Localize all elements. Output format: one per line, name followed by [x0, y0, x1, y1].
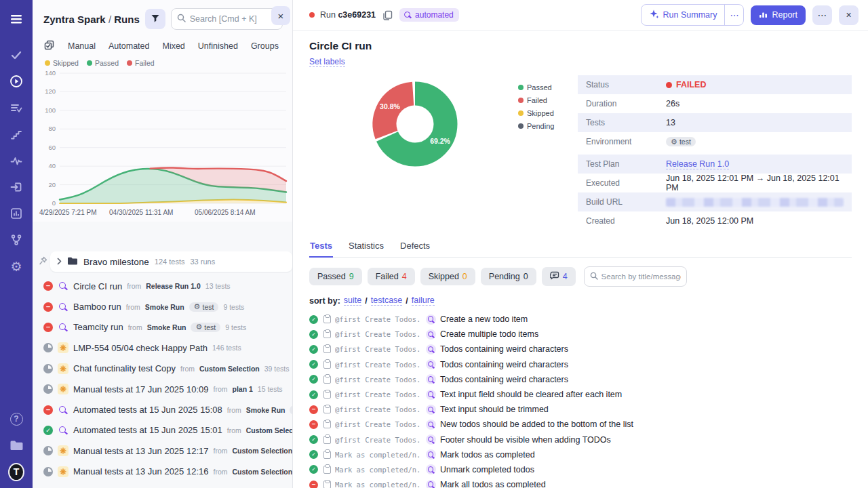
- run-row[interactable]: Manual tests at 13 Jun 2025 12:16fromCus…: [33, 462, 292, 482]
- test-title[interactable]: Footer should be visible when adding TOD…: [440, 435, 611, 445]
- test-suite[interactable]: @first Create Todos...: [335, 361, 422, 369]
- pin-icon[interactable]: [38, 256, 49, 268]
- test-title[interactable]: Unmark completed todos: [440, 465, 534, 474]
- legend-skipped[interactable]: Skipped: [45, 59, 79, 67]
- set-labels-link[interactable]: Set labels: [309, 57, 345, 67]
- breadcrumb-project[interactable]: Zyntra Spark: [43, 14, 106, 25]
- select-all-icon[interactable]: [43, 39, 55, 53]
- tab-manual[interactable]: Manual: [68, 41, 96, 51]
- import-icon[interactable]: [8, 179, 24, 195]
- chevron-right-icon[interactable]: [57, 257, 62, 267]
- tab-defects[interactable]: Defects: [399, 241, 431, 257]
- runs-search-input[interactable]: [190, 14, 277, 24]
- legend-failed[interactable]: Failed: [518, 96, 578, 104]
- app-logo[interactable]: T: [8, 464, 24, 480]
- close-detail-button[interactable]: ×: [839, 5, 859, 25]
- test-row[interactable]: @first Create Todos...Create multiple to…: [309, 327, 852, 342]
- run-summary-button[interactable]: Run Summary: [642, 5, 725, 25]
- projects-folder-icon[interactable]: [8, 437, 24, 453]
- test-title[interactable]: Mark all todos as completed: [440, 480, 546, 488]
- test-title[interactable]: Create multiple todo items: [440, 329, 538, 339]
- test-suite[interactable]: @first Create Todos...: [335, 375, 422, 384]
- test-title[interactable]: Todos containing weird characters: [440, 375, 568, 384]
- run-row[interactable]: Bamboo runfromSmoke Run⚙test9 tests: [33, 296, 292, 317]
- test-row[interactable]: Mark as completed/n...Mark all todos as …: [309, 477, 852, 488]
- legend-passed[interactable]: Passed: [518, 83, 578, 92]
- settings-icon[interactable]: ⚙: [8, 258, 24, 274]
- test-title[interactable]: Mark todos as completed: [440, 450, 535, 460]
- run-row[interactable]: LMP-554 05/04 check Happy Path146 tests: [33, 338, 292, 358]
- tab-groups[interactable]: Groups: [251, 41, 279, 51]
- sort-by-suite[interactable]: suite: [344, 296, 361, 306]
- legend-failed[interactable]: Failed: [127, 59, 155, 67]
- run-row[interactable]: Automated tests at 15 Jun 2025 15:08from…: [33, 399, 292, 420]
- legend-pending[interactable]: Pending: [518, 122, 578, 130]
- test-plan-link[interactable]: Release Run 1.0: [666, 159, 729, 169]
- test-suite[interactable]: @first Create Todos...: [335, 420, 422, 428]
- run-row[interactable]: Chat functinality test CopyfromCustom Se…: [33, 359, 292, 379]
- tab-statistics[interactable]: Statistics: [348, 241, 384, 257]
- test-title[interactable]: Create a new todo item: [440, 314, 528, 324]
- analytics-icon[interactable]: [8, 205, 24, 222]
- tab-automated[interactable]: Automated: [108, 41, 149, 51]
- legend-skipped[interactable]: Skipped: [518, 109, 578, 117]
- test-plans-icon[interactable]: [8, 100, 24, 116]
- runs-icon[interactable]: [8, 73, 24, 89]
- test-title[interactable]: Text input should be trimmed: [440, 405, 549, 414]
- test-row[interactable]: @first Create Todos...Footer should be v…: [309, 432, 852, 447]
- legend-passed[interactable]: Passed: [87, 59, 119, 67]
- test-row[interactable]: Mark as completed/n...Unmark completed t…: [309, 462, 852, 477]
- test-row[interactable]: @first Create Todos...Text input field s…: [309, 387, 852, 402]
- pulse-icon[interactable]: [8, 152, 24, 169]
- test-title[interactable]: Todos containing weird characters: [440, 360, 568, 369]
- runs-search[interactable]: [171, 8, 283, 30]
- copy-icon[interactable]: [381, 9, 394, 22]
- run-summary-more-button[interactable]: ⋯: [724, 5, 743, 25]
- run-row[interactable]: Teamcity runfromSmoke Run⚙test9 tests: [33, 317, 292, 338]
- tests-search-input[interactable]: [601, 272, 681, 281]
- run-row[interactable]: Manual tests at 13 Jun 2025 12:17fromCus…: [33, 441, 292, 461]
- test-title[interactable]: New todos should be added to the bottom …: [440, 420, 633, 429]
- run-row[interactable]: Manual tests at 17 Jun 2025 10:09frompla…: [33, 379, 292, 399]
- test-suite[interactable]: @first Create Todos...: [335, 345, 422, 353]
- filter-failed[interactable]: Failed4: [368, 268, 415, 285]
- test-row[interactable]: @first Create Todos...Create a new todo …: [309, 312, 852, 327]
- more-actions-button[interactable]: ⋯: [812, 5, 832, 25]
- run-row[interactable]: Circle CI runfromRelease Run 1.013 tests: [33, 276, 292, 296]
- tab-mixed[interactable]: Mixed: [162, 41, 184, 51]
- test-row[interactable]: Mark as completed/n...Mark todos as comp…: [309, 447, 852, 462]
- filter-button[interactable]: [145, 9, 165, 29]
- branch-icon[interactable]: [8, 232, 24, 248]
- test-row[interactable]: @first Create Todos...Text input should …: [309, 402, 852, 417]
- milestones-icon[interactable]: [8, 126, 24, 142]
- tab-tests[interactable]: Tests: [309, 241, 333, 258]
- filter-pending[interactable]: Pending0: [481, 268, 536, 285]
- test-suite[interactable]: Mark as completed/n...: [335, 466, 422, 474]
- filter-passed[interactable]: Passed9: [309, 268, 362, 285]
- filter-skipped[interactable]: Skipped0: [420, 268, 475, 285]
- test-suite[interactable]: Mark as completed/n...: [335, 481, 422, 488]
- run-row[interactable]: Automated tests at 15 Jun 2025 15:01from…: [33, 420, 292, 441]
- test-suite[interactable]: @first Create Todos...: [335, 436, 422, 444]
- tests-icon[interactable]: [8, 47, 24, 63]
- panel-close-button[interactable]: ×: [271, 6, 290, 25]
- test-row[interactable]: @first Create Todos...Todos containing w…: [309, 372, 852, 387]
- test-suite[interactable]: @first Create Todos...: [335, 330, 422, 338]
- report-button[interactable]: Report: [751, 5, 806, 25]
- sort-by-failure[interactable]: failure: [412, 296, 435, 306]
- test-title[interactable]: Text input field should be cleared after…: [440, 390, 622, 399]
- test-title[interactable]: Todos containing weird characters: [440, 344, 568, 354]
- milestone-card[interactable]: Bravo milestone 124 tests 33 runs: [50, 251, 292, 272]
- filter-comments[interactable]: 4: [542, 267, 576, 286]
- menu-icon[interactable]: [8, 11, 24, 27]
- test-suite[interactable]: Mark as completed/n...: [335, 451, 422, 459]
- test-row[interactable]: @first Create Todos...New todos should b…: [309, 417, 852, 432]
- tests-search[interactable]: [584, 266, 687, 287]
- test-row[interactable]: @first Create Todos...Todos containing w…: [309, 342, 852, 357]
- help-icon[interactable]: ?: [8, 411, 24, 427]
- test-row[interactable]: @first Create Todos...Todos containing w…: [309, 357, 852, 372]
- test-suite[interactable]: @first Create Todos...: [335, 315, 422, 323]
- sort-by-testcase[interactable]: testcase: [371, 296, 403, 306]
- test-suite[interactable]: @first Create Todos...: [335, 390, 422, 399]
- tab-unfinished[interactable]: Unfinished: [198, 41, 238, 51]
